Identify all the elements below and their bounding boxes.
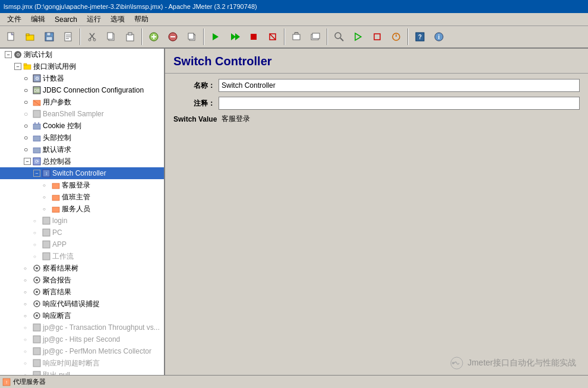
svg-rect-60	[33, 124, 40, 129]
tree-item-assertion-results[interactable]: ○ 断言结果	[0, 286, 164, 298]
tree-item-counter[interactable]: ○ ⚙ 计数器	[0, 72, 164, 84]
tree-item-header[interactable]: ○ 头部控制	[0, 132, 164, 144]
cut-button[interactable]	[83, 28, 101, 46]
start-button[interactable]	[207, 28, 225, 46]
start-no-pause-button[interactable]	[226, 28, 244, 46]
tree-item-pc[interactable]: ○ PC	[0, 227, 164, 238]
tree-item-switch-controller[interactable]: − ↕ Switch Controller	[0, 167, 164, 179]
no-expand-response-code-error: ○	[24, 301, 32, 307]
tree-item-jdbc[interactable]: ○ DB JDBC Connection Configuration	[0, 84, 164, 96]
watermark: Jmeter接口自动化与性能实战	[450, 356, 576, 370]
menu-search[interactable]: Search	[50, 14, 82, 25]
status-text: 代理服务器	[13, 377, 46, 386]
svg-rect-16	[108, 33, 113, 39]
menu-help[interactable]: 帮助	[129, 13, 153, 26]
stop-button[interactable]	[245, 28, 263, 46]
tree-label-customer-login: 客服登录	[62, 180, 90, 190]
tree-item-interface-test[interactable]: − 接口测试用例	[0, 61, 164, 72]
tree-icon-app	[42, 240, 51, 249]
tree-item-view-results[interactable]: ○ 察看结果树	[0, 262, 164, 274]
menu-file[interactable]: 文件	[2, 13, 26, 26]
svg-text:DB: DB	[34, 88, 40, 93]
menu-options[interactable]: 选项	[106, 13, 129, 26]
no-expand-user-params: ○	[24, 98, 32, 106]
tree-icon-jp-perfmon	[32, 346, 42, 356]
tree-item-jp-perfmon[interactable]: ○ jp@gc - PerfMon Metrics Collector	[0, 345, 164, 357]
tree-icon-assertion-results	[32, 287, 42, 297]
remove-button[interactable]	[164, 28, 182, 46]
tree-icon-service-staff	[51, 204, 61, 214]
svg-rect-88	[33, 348, 40, 355]
save-button[interactable]	[40, 28, 58, 46]
tree-label-header: 头部控制	[43, 133, 71, 143]
tree-item-jp-throughput[interactable]: ○ jp@gc - Transaction Throughput vs...	[0, 322, 164, 333]
svg-text:?: ?	[418, 34, 422, 40]
expand-test-plan[interactable]: −	[5, 51, 12, 58]
open-button[interactable]	[21, 28, 39, 46]
comment-row: 注释：	[173, 96, 580, 110]
tree-icon-header	[32, 133, 42, 142]
tree-item-shift-manager[interactable]: ○ 值班主管	[0, 191, 164, 203]
svg-text:⟳: ⟳	[35, 159, 39, 164]
tree-label-beanshell: BeanShell Sampler	[43, 110, 104, 118]
tree-item-default-req[interactable]: ○ 默认请求	[0, 144, 164, 155]
svg-rect-59	[33, 110, 40, 117]
expand-interface-test[interactable]: −	[14, 63, 21, 70]
tree-item-user-params[interactable]: ○ 用户参数	[0, 96, 164, 108]
panel-title: Switch Controller	[165, 49, 588, 74]
content-panel: Switch Controller 名称： 注释： Switch Value 客…	[165, 49, 588, 388]
tree-icon-login	[42, 216, 51, 225]
menu-run[interactable]: 运行	[82, 13, 106, 26]
clear-all-button[interactable]	[306, 28, 324, 46]
shutdown-button[interactable]	[264, 28, 282, 46]
paste-button[interactable]	[121, 28, 139, 46]
comment-input[interactable]	[219, 97, 580, 110]
expand-main-controller[interactable]: −	[24, 158, 31, 165]
tree-item-response-code-error[interactable]: ○ 响应代码错误捕捉	[0, 298, 164, 310]
duplicate-button[interactable]	[183, 28, 201, 46]
tree-label-service-staff: 服务人员	[62, 204, 90, 214]
sep3	[203, 28, 204, 45]
name-input[interactable]	[219, 79, 580, 92]
add-button[interactable]	[145, 28, 163, 46]
menu-edit[interactable]: 编辑	[26, 13, 50, 26]
help-button[interactable]: ?	[411, 28, 429, 46]
info-button[interactable]: i	[430, 28, 448, 46]
tree-panel: − ⚙ 测试计划 − 接口测试用例 ○ ⚙ 计数器 ○ DB	[0, 49, 165, 388]
svg-text:⚙: ⚙	[35, 76, 39, 81]
copy-button[interactable]	[102, 28, 120, 46]
svg-rect-33	[293, 34, 300, 40]
tree-item-customer-login[interactable]: ○ 客服登录	[0, 179, 164, 191]
tree-label-main-controller: 总控制器	[43, 157, 71, 167]
remote-stop-button[interactable]	[368, 28, 386, 46]
tree-item-cookie[interactable]: ○ Cookie 控制	[0, 120, 164, 132]
clear-button[interactable]	[287, 28, 305, 46]
remote-start-button[interactable]	[349, 28, 367, 46]
name-row: 名称：	[173, 78, 580, 93]
search-button[interactable]	[330, 28, 348, 46]
tree-icon-shift-manager	[51, 192, 61, 202]
new-button[interactable]	[2, 28, 20, 46]
no-expand-workflow: ○	[33, 254, 42, 259]
svg-rect-0	[8, 33, 14, 40]
svg-rect-5	[47, 33, 50, 36]
tree-item-test-plan[interactable]: − ⚙ 测试计划	[0, 49, 164, 61]
no-expand-jdbc: ○	[24, 86, 32, 94]
tree-icon-user-params	[32, 97, 42, 107]
tree-item-beanshell[interactable]: ○ BeanShell Sampler	[0, 108, 164, 120]
tree-item-main-controller[interactable]: − ⟳ 总控制器	[0, 155, 164, 167]
no-expand-customer-login: ○	[43, 183, 51, 188]
tree-item-workflow[interactable]: ○ 工作流	[0, 250, 164, 262]
templates-button[interactable]	[59, 28, 77, 46]
tree-item-app[interactable]: ○ APP	[0, 238, 164, 250]
tree-item-response-timeout[interactable]: ○ 响应时间超时断言	[0, 357, 164, 369]
tree-item-service-staff[interactable]: ○ 服务人员	[0, 203, 164, 215]
tree-icon-jdbc: DB	[32, 85, 42, 95]
no-expand-login: ○	[33, 218, 42, 224]
tree-item-response-assertion[interactable]: ○ 响应断言	[0, 310, 164, 322]
tree-item-login[interactable]: ○ login	[0, 215, 164, 227]
remote-shutdown-button[interactable]	[387, 28, 405, 46]
tree-item-jp-hits[interactable]: ○ jp@gc - Hits per Second	[0, 333, 164, 345]
tree-item-aggregate[interactable]: ○ 聚合报告	[0, 274, 164, 286]
expand-switch-controller[interactable]: −	[33, 170, 40, 177]
